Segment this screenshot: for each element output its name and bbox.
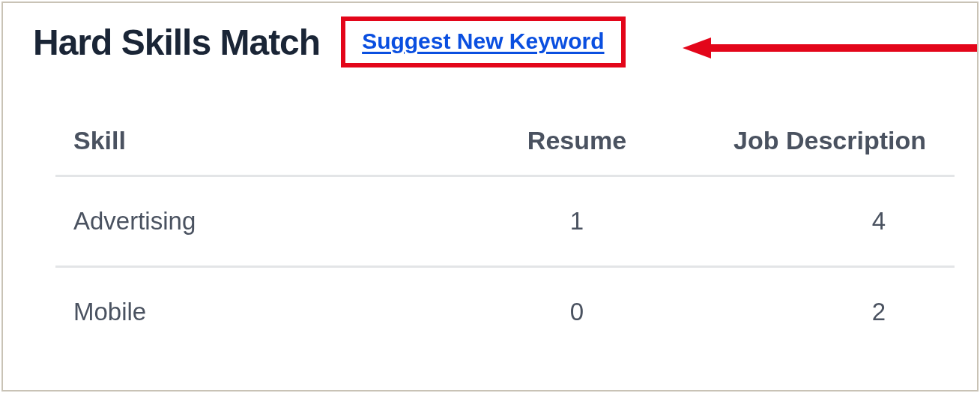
svg-marker-1	[683, 38, 711, 58]
cell-skill: Mobile	[55, 267, 451, 357]
cell-resume: 0	[451, 267, 703, 357]
skills-table: Skill Resume Job Description Advertising…	[55, 112, 955, 356]
cell-job-description: 2	[703, 267, 955, 357]
col-header-resume: Resume	[451, 112, 703, 176]
col-header-job-description: Job Description	[703, 112, 955, 176]
table-row: Mobile 0 2	[55, 267, 955, 357]
highlight-box: Suggest New Keyword	[341, 16, 625, 68]
arrow-annotation-icon	[681, 34, 979, 64]
cell-skill: Advertising	[55, 176, 451, 267]
table-header-row: Skill Resume Job Description	[55, 112, 955, 176]
suggest-new-keyword-link[interactable]: Suggest New Keyword	[362, 28, 604, 53]
cell-resume: 1	[451, 176, 703, 267]
table-row: Advertising 1 4	[55, 176, 955, 267]
cell-job-description: 4	[703, 176, 955, 267]
col-header-skill: Skill	[55, 112, 451, 176]
section-title: Hard Skills Match	[33, 22, 320, 63]
